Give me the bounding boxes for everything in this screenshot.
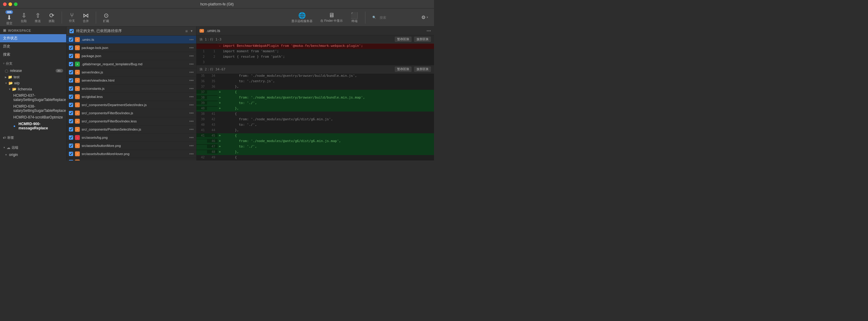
- minimize-button[interactable]: [8, 2, 12, 6]
- file-more-button[interactable]: •••: [189, 37, 194, 42]
- discard-chunk-2-button[interactable]: 放弃区块: [414, 66, 431, 72]
- file-more-button[interactable]: •••: [189, 62, 194, 66]
- file-checkbox[interactable]: [69, 78, 73, 83]
- file-row[interactable]: ~ src/assets/newEmpty.png •••: [66, 158, 196, 160]
- file-checkbox[interactable]: [69, 62, 73, 66]
- remote-server-button[interactable]: 🌐 显示远程服务器: [289, 10, 315, 25]
- remote-origin[interactable]: ▼ origin: [0, 152, 66, 158]
- workspace-icon: ▣: [3, 28, 6, 32]
- file-checkbox[interactable]: [69, 111, 73, 115]
- branch-item-900[interactable]: ● HCMRD-900-messageReplace: [0, 121, 66, 131]
- branch-folder-lichenxia[interactable]: ▼ 📂 lichenxia: [0, 86, 66, 92]
- close-button[interactable]: [3, 2, 7, 6]
- file-checkbox[interactable]: [69, 37, 73, 42]
- file-checkbox[interactable]: [69, 54, 73, 58]
- file-name: package-lock.json: [82, 46, 187, 50]
- branch-item-release[interactable]: ◯ release 30↓: [0, 67, 66, 74]
- sidebar-item-search[interactable]: 搜索: [0, 51, 66, 59]
- code-line: 47 + to: './',: [196, 144, 434, 150]
- file-more-button[interactable]: •••: [189, 94, 194, 99]
- merge-icon: ⋈: [83, 12, 89, 19]
- file-checkbox[interactable]: [69, 103, 73, 107]
- file-checkbox[interactable]: [69, 119, 73, 123]
- file-more-button[interactable]: •••: [189, 135, 194, 140]
- file-more-button[interactable]: •••: [189, 143, 194, 148]
- search-input[interactable]: [377, 15, 413, 20]
- dropdown-chevron[interactable]: ▼: [190, 29, 193, 33]
- file-checkbox[interactable]: [69, 46, 73, 50]
- select-all-checkbox[interactable]: [69, 29, 74, 33]
- file-row[interactable]: ~ package-lock.json •••: [66, 44, 196, 52]
- sidebar-item-history[interactable]: 历史: [0, 42, 66, 51]
- file-row[interactable]: + .gitlab/merge_request_templates/Bug.md…: [66, 60, 196, 68]
- fetch-button[interactable]: ⟳ 抓取: [46, 10, 57, 25]
- branch-item-637[interactable]: HCMRD-637-salarySettingSugarTableReplace: [0, 92, 66, 103]
- file-row[interactable]: ~ server/index.js •••: [66, 68, 196, 76]
- branch-button[interactable]: ⑂ 分支: [66, 10, 78, 24]
- sidebar-item-file-status[interactable]: 文件状态: [0, 34, 66, 42]
- commit-icon: ⬇: [7, 14, 12, 21]
- file-checkbox[interactable]: [69, 152, 73, 156]
- discard-chunk-1-button[interactable]: 放弃区块: [414, 37, 431, 42]
- file-checkbox[interactable]: [69, 127, 73, 131]
- pull-button[interactable]: ⇩ 拉取: [19, 10, 29, 25]
- branch-folder-test[interactable]: ▶ 📁 test: [0, 74, 66, 80]
- file-more-button[interactable]: •••: [189, 86, 194, 91]
- stash-icon: ⊙: [104, 12, 109, 19]
- branch-item-638[interactable]: HCMRD-638-salarySettingSugarTableReplace: [0, 103, 66, 114]
- file-name: server/index.js: [82, 70, 187, 74]
- folder-icon4: 📂: [12, 87, 17, 91]
- file-list-title: 待定的文件, 已依照路径排序: [76, 28, 183, 34]
- code-more-button[interactable]: •••: [427, 28, 431, 33]
- fullscreen-button[interactable]: [14, 2, 18, 6]
- file-more-button[interactable]: •••: [189, 160, 194, 160]
- file-more-button[interactable]: •••: [189, 78, 194, 83]
- finder-button[interactable]: 🖥 在 Finder 中显示: [318, 10, 345, 24]
- tags-header[interactable]: 🏷 标签: [0, 134, 66, 141]
- settings-button[interactable]: ⚙ ▼: [419, 13, 431, 22]
- file-name: server/view/index.html: [82, 78, 187, 82]
- file-checkbox[interactable]: [69, 135, 73, 140]
- search-label: 搜索: [3, 52, 10, 57]
- file-row[interactable]: ~ src/_components/FilterBox/index.js •••: [66, 109, 196, 117]
- file-more-button[interactable]: •••: [189, 152, 194, 156]
- merge-button[interactable]: ⋈ 合并: [81, 10, 91, 25]
- file-more-button[interactable]: •••: [189, 102, 194, 107]
- file-more-button[interactable]: •••: [189, 127, 194, 132]
- push-button[interactable]: ⇧ 推送: [32, 10, 43, 25]
- file-checkbox[interactable]: [69, 160, 73, 160]
- file-more-button[interactable]: •••: [189, 119, 194, 124]
- file-checkbox[interactable]: [69, 70, 73, 74]
- code-body[interactable]: 块 1：行 1-3 暂存区块 放弃区块 - import BenchmarkWe…: [196, 35, 434, 160]
- file-more-button[interactable]: •••: [189, 70, 194, 75]
- branches-header[interactable]: ⑂ 分支: [0, 60, 66, 67]
- file-more-button[interactable]: •••: [189, 54, 194, 58]
- stash-button[interactable]: ⊙ 贮藏: [101, 10, 112, 25]
- file-more-button[interactable]: •••: [189, 110, 194, 116]
- file-row[interactable]: ~ src/_components/PositionSelect/index.j…: [66, 125, 196, 134]
- file-row[interactable]: ~ .umirc.ts •••: [66, 36, 196, 44]
- file-row[interactable]: ~ package.json •••: [66, 52, 196, 60]
- file-checkbox[interactable]: [69, 143, 73, 148]
- file-row[interactable]: ~ src/constants.js •••: [66, 85, 196, 93]
- remote-header[interactable]: ▼ ☁ 远端: [0, 144, 66, 152]
- file-row[interactable]: ~ src/global.less •••: [66, 93, 196, 101]
- branch-item-874[interactable]: HCMRD-874-scrollBarOptmize: [0, 114, 66, 121]
- branch-folder-wip[interactable]: ▼ 📂 wip: [0, 80, 66, 86]
- stash-chunk-1-button[interactable]: 暂存区块: [395, 37, 412, 42]
- file-row[interactable]: ~ src/assets/buttonMore.png •••: [66, 142, 196, 150]
- list-icon[interactable]: ≡: [185, 29, 188, 34]
- file-row[interactable]: ~ server/view/index.html •••: [66, 76, 196, 85]
- file-row[interactable]: - src/assets/bg.png •••: [66, 134, 196, 142]
- commit-button[interactable]: 305 ⬇ 提交: [3, 8, 16, 27]
- file-row[interactable]: ~ src/_components/FilterBox/index.less •…: [66, 117, 196, 125]
- file-more-button[interactable]: •••: [189, 45, 194, 50]
- terminal-label: 终端: [351, 19, 358, 23]
- file-checkbox[interactable]: [69, 87, 73, 91]
- globe-icon: 🌐: [298, 12, 306, 19]
- file-row[interactable]: ~ src/_components/DepartmentSelect/index…: [66, 101, 196, 109]
- file-row[interactable]: ~ src/assets/buttonMoreHover.png •••: [66, 150, 196, 158]
- terminal-button[interactable]: ⬛ 终端: [348, 10, 361, 25]
- file-checkbox[interactable]: [69, 95, 73, 99]
- stash-chunk-2-button[interactable]: 暂存区块: [395, 66, 412, 72]
